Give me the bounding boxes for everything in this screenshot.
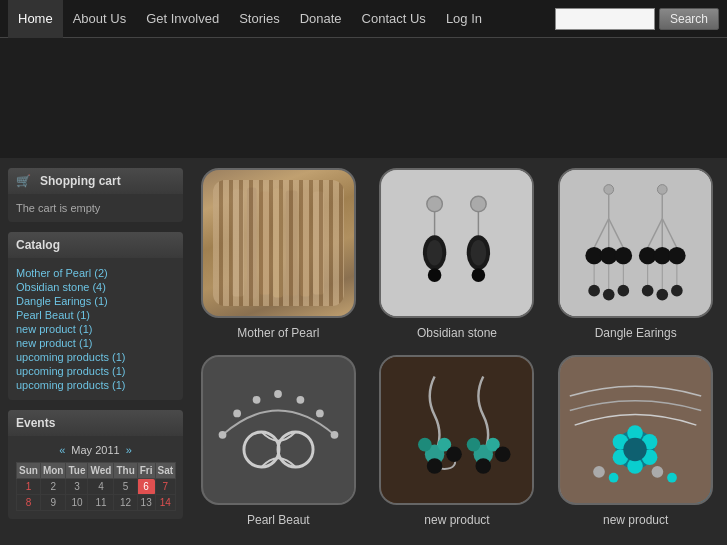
svg-rect-2 (247, 188, 257, 299)
svg-point-41 (618, 285, 630, 297)
sidebar: Shopping cart The cart is empty Catalog … (8, 168, 183, 529)
product-image-4[interactable] (379, 355, 534, 505)
hero-banner (0, 38, 727, 158)
svg-rect-6 (300, 189, 310, 296)
cal-cell-4[interactable]: 4 (88, 479, 114, 495)
svg-point-68 (476, 458, 492, 474)
search-button[interactable]: Search (659, 8, 719, 30)
nav-item-donate[interactable]: Donate (290, 0, 352, 38)
product-img-svg-4 (381, 357, 532, 503)
product-image-1[interactable] (379, 168, 534, 318)
nav-item-contact[interactable]: Contact Us (352, 0, 436, 38)
product-card-4: new product (374, 355, 541, 530)
events-header: Events (8, 410, 183, 436)
cal-cell-7[interactable]: 7 (155, 479, 176, 495)
catalog-item-4[interactable]: new product (1) (16, 322, 175, 336)
catalog-item-1[interactable]: Obsidian stone (4) (16, 280, 175, 294)
svg-point-20 (604, 185, 614, 195)
svg-rect-48 (203, 357, 354, 503)
svg-point-35 (668, 247, 686, 265)
catalog-title: Catalog (16, 238, 60, 252)
product-card-2: Dangle Earings (552, 168, 719, 343)
calendar-prev[interactable]: « (59, 444, 65, 456)
cart-header: Shopping cart (8, 168, 183, 194)
nav-item-about[interactable]: About Us (63, 0, 136, 38)
product-card-1: Obsidian stone (374, 168, 541, 343)
svg-point-50 (233, 409, 241, 417)
product-card-3: Pearl Beaut (195, 355, 362, 530)
product-title-3: Pearl Beaut (247, 511, 310, 529)
svg-point-80 (609, 472, 619, 482)
svg-point-62 (447, 446, 463, 462)
cal-cell-10[interactable]: 10 (66, 495, 88, 511)
product-title-1: Obsidian stone (417, 324, 497, 342)
cal-cell-8[interactable]: 8 (17, 495, 41, 511)
product-title-4: new product (424, 511, 489, 529)
nav-item-login[interactable]: Log In (436, 0, 492, 38)
svg-point-51 (253, 395, 261, 403)
nav-item-get-involved[interactable]: Get Involved (136, 0, 229, 38)
catalog-item-8[interactable]: upcoming products (1) (16, 378, 175, 392)
cal-day-thu: Thu (114, 463, 137, 479)
cal-cell-5[interactable]: 5 (114, 479, 137, 495)
svg-rect-7 (313, 191, 324, 294)
cart-body: The cart is empty (8, 194, 183, 222)
nav-item-stories[interactable]: Stories (229, 0, 289, 38)
svg-point-45 (657, 289, 669, 301)
svg-point-60 (419, 437, 433, 451)
svg-rect-8 (382, 170, 533, 316)
product-image-0[interactable] (201, 168, 356, 318)
svg-point-55 (330, 430, 338, 438)
svg-point-78 (623, 437, 646, 460)
cal-day-wed: Wed (88, 463, 114, 479)
cal-cell-9[interactable]: 9 (40, 495, 66, 511)
product-title-2: Dangle Earings (595, 324, 677, 342)
cart-title: Shopping cart (40, 174, 121, 188)
cal-cell-14[interactable]: 14 (155, 495, 176, 511)
product-image-2[interactable] (558, 168, 713, 318)
search-input[interactable] (555, 8, 655, 30)
calendar-next[interactable]: » (126, 444, 132, 456)
svg-point-63 (427, 458, 443, 474)
catalog-item-7[interactable]: upcoming products (1) (16, 364, 175, 378)
svg-point-37 (588, 285, 600, 297)
svg-point-17 (428, 268, 442, 282)
svg-point-53 (296, 395, 304, 403)
catalog-header: Catalog (8, 232, 183, 258)
svg-point-65 (467, 437, 481, 451)
cal-cell-12[interactable]: 12 (114, 495, 137, 511)
product-card-0: Mother of Pearl (195, 168, 362, 343)
product-image-3[interactable] (201, 355, 356, 505)
catalog-item-6[interactable]: upcoming products (1) (16, 350, 175, 364)
catalog-item-0[interactable]: Mother of Pearl (2) (16, 266, 175, 280)
cal-day-tue: Tue (66, 463, 88, 479)
cal-cell-3[interactable]: 3 (66, 479, 88, 495)
cal-cell-11[interactable]: 11 (88, 495, 114, 511)
cal-cell-2[interactable]: 2 (40, 479, 66, 495)
svg-point-81 (652, 466, 664, 478)
catalog-list: Mother of Pearl (2) Obsidian stone (4) D… (8, 258, 183, 400)
cal-cell-6[interactable]: 6 (137, 479, 155, 495)
catalog-item-5[interactable]: new product (1) (16, 336, 175, 350)
svg-point-12 (427, 240, 443, 265)
svg-rect-4 (273, 188, 283, 297)
product-image-5[interactable] (558, 355, 713, 505)
svg-point-52 (274, 390, 282, 398)
svg-rect-58 (382, 357, 533, 503)
events-title: Events (16, 416, 55, 430)
catalog-item-3[interactable]: Pearl Beaut (1) (16, 308, 175, 322)
navbar: Home About Us Get Involved Stories Donat… (0, 0, 727, 38)
nav-item-home[interactable]: Home (8, 0, 63, 38)
catalog-item-2[interactable]: Dangle Earings (1) (16, 294, 175, 308)
product-img-svg-1 (381, 170, 532, 316)
calendar-header: « May 2011 » (16, 444, 175, 456)
svg-point-47 (671, 285, 683, 297)
cart-section: Shopping cart The cart is empty (8, 168, 183, 222)
search-box-wrap: Search (555, 8, 719, 30)
events-section: Events « May 2011 » Sun Mon Tue Wed (8, 410, 183, 519)
product-title-5: new product (603, 511, 668, 529)
cal-day-sat: Sat (155, 463, 176, 479)
cal-cell-1[interactable]: 1 (17, 479, 41, 495)
cal-cell-13[interactable]: 13 (137, 495, 155, 511)
svg-point-13 (471, 196, 487, 212)
